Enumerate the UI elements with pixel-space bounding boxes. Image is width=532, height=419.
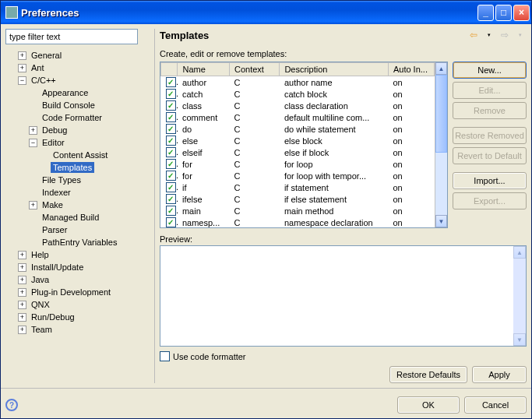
row-checkbox[interactable] [166, 124, 176, 134]
table-scrollbar[interactable]: ▲ ▼ [435, 62, 447, 227]
tree-item[interactable]: +QNX [7, 298, 150, 311]
row-checkbox[interactable] [166, 136, 176, 146]
templates-table[interactable]: Name Context Description Auto In... auth… [160, 62, 448, 228]
new-button[interactable]: New... [453, 62, 527, 79]
tree-item[interactable]: +Java [7, 273, 150, 286]
maximize-button[interactable]: □ [495, 5, 512, 21]
cell-auto: on [388, 146, 434, 158]
tree-item[interactable]: Build Console [7, 99, 150, 111]
minimize-button[interactable]: _ [477, 5, 494, 21]
expand-icon[interactable]: + [18, 263, 26, 272]
use-formatter-checkbox[interactable] [160, 351, 170, 361]
back-menu[interactable]: ▾ [483, 29, 495, 41]
help-icon[interactable]: ? [5, 399, 18, 411]
table-row[interactable]: elseCelse blockon [161, 135, 435, 146]
tree-label: PathEntry Variables [40, 237, 119, 248]
row-checkbox[interactable] [166, 147, 176, 157]
scroll-thumb[interactable] [435, 75, 447, 153]
col-check[interactable] [161, 63, 178, 76]
restore-defaults-button[interactable]: Restore Defaults [389, 366, 467, 383]
expand-icon[interactable]: + [29, 201, 37, 210]
expand-icon[interactable]: + [18, 251, 26, 259]
tree-item[interactable]: Code Formatter [7, 111, 150, 124]
table-row[interactable]: authorCauthor nameon [161, 76, 435, 89]
tree-item[interactable]: +Help [7, 248, 150, 261]
row-checkbox[interactable] [166, 171, 176, 181]
row-checkbox[interactable] [166, 159, 176, 169]
table-row[interactable]: ifCif statementon [161, 181, 435, 193]
table-row[interactable]: catchCcatch blockon [161, 88, 435, 100]
tree-label: Content Assist [51, 150, 110, 160]
collapse-icon[interactable]: − [29, 139, 37, 147]
tree-item[interactable]: −Editor [7, 136, 150, 149]
table-row[interactable]: commentCdefault multiline com...on [161, 111, 435, 123]
row-checkbox[interactable] [166, 182, 176, 192]
tree-item[interactable]: +General [7, 49, 150, 62]
page-subtitle: Create, edit or remove templates: [160, 49, 527, 58]
page-title: Templates [160, 30, 464, 41]
tree-item[interactable]: +Install/Update [7, 261, 150, 273]
tree-item[interactable]: Parser [7, 224, 150, 236]
collapse-icon[interactable]: − [18, 76, 26, 85]
table-row[interactable]: mainCmain methodon [161, 205, 435, 217]
expand-icon[interactable]: + [18, 301, 26, 309]
expand-icon[interactable]: + [18, 51, 26, 60]
table-row[interactable]: classCclass declarationon [161, 100, 435, 111]
col-description[interactable]: Description [280, 63, 389, 76]
row-checkbox[interactable] [166, 112, 176, 122]
expand-icon[interactable]: + [29, 126, 37, 135]
tree-item[interactable]: Managed Build [7, 211, 150, 224]
cell-context: C [230, 217, 280, 227]
cell-name: else [178, 135, 230, 146]
back-icon[interactable]: ⇦ [467, 29, 480, 41]
tree-item[interactable]: +Team [7, 323, 150, 336]
table-row[interactable]: namesp...Cnamespace declarationon [161, 217, 435, 227]
scroll-up-icon[interactable]: ▲ [435, 62, 447, 75]
tree-item[interactable]: File Types [7, 174, 150, 186]
row-checkbox[interactable] [166, 217, 176, 227]
import-button[interactable]: Import... [453, 172, 527, 189]
table-row[interactable]: doCdo while statementon [161, 123, 435, 135]
tree-label: Run/Debug [29, 312, 77, 322]
app-icon [5, 6, 18, 19]
tree-item[interactable]: Appearance [7, 86, 150, 99]
close-button[interactable]: × [513, 5, 530, 21]
row-checkbox[interactable] [166, 206, 176, 216]
table-row[interactable]: ifelseCif else statementon [161, 193, 435, 205]
titlebar[interactable]: Preferences _ □ × [1, 1, 531, 24]
cell-desc: author name [280, 76, 389, 89]
tree-item[interactable]: +Make [7, 199, 150, 211]
expand-icon[interactable]: + [18, 64, 26, 72]
tree-item[interactable]: −C/C++ [7, 74, 150, 86]
expand-icon[interactable]: + [18, 326, 26, 334]
cancel-button[interactable]: Cancel [464, 396, 527, 414]
row-checkbox[interactable] [166, 100, 176, 111]
tree-item[interactable]: Templates [7, 161, 150, 174]
expand-icon[interactable]: + [18, 313, 26, 322]
expand-icon[interactable]: + [18, 288, 26, 297]
cell-auto: on [388, 100, 434, 111]
ok-button[interactable]: OK [397, 396, 460, 414]
tree-item[interactable]: Indexer [7, 186, 150, 199]
tree-item[interactable]: +Plug-in Development [7, 286, 150, 298]
apply-button[interactable]: Apply [472, 366, 527, 383]
tree-item[interactable]: +Run/Debug [7, 311, 150, 323]
tree-item[interactable]: +Ant [7, 62, 150, 74]
table-row[interactable]: forCfor loop with tempor...on [161, 170, 435, 181]
category-tree[interactable]: +General+Ant−C/C++AppearanceBuild Consol… [5, 49, 150, 383]
row-checkbox[interactable] [166, 89, 176, 99]
table-row[interactable]: elseifCelse if blockon [161, 146, 435, 158]
col-context[interactable]: Context [230, 63, 280, 76]
tree-item[interactable]: Content Assist [7, 149, 150, 161]
cell-auto: on [388, 170, 434, 181]
row-checkbox[interactable] [166, 77, 176, 87]
table-row[interactable]: forCfor loopon [161, 158, 435, 170]
expand-icon[interactable]: + [18, 276, 26, 284]
filter-input[interactable] [5, 29, 138, 44]
col-name[interactable]: Name [178, 63, 230, 76]
scroll-down-icon[interactable]: ▼ [435, 215, 447, 227]
col-auto[interactable]: Auto In... [388, 63, 434, 76]
tree-item[interactable]: PathEntry Variables [7, 236, 150, 248]
tree-item[interactable]: +Debug [7, 124, 150, 136]
row-checkbox[interactable] [166, 194, 176, 204]
